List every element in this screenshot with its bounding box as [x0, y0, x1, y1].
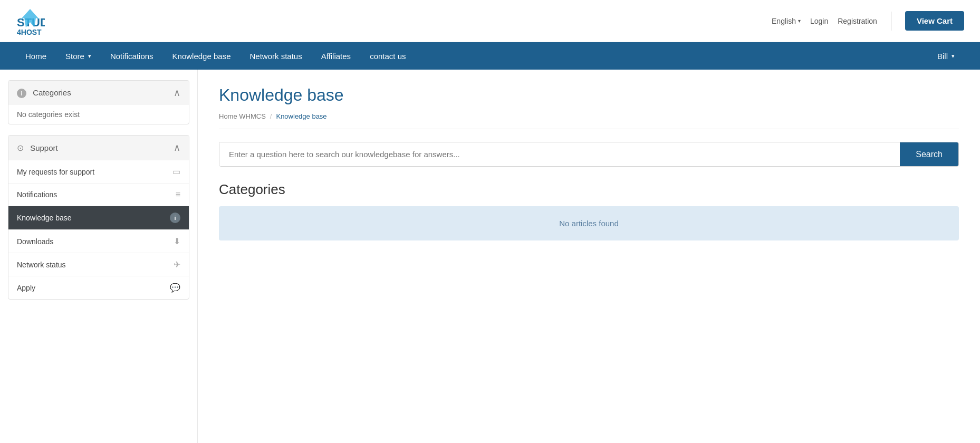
sidebar-item-apply[interactable]: Apply 💬 — [8, 276, 189, 299]
nav-home[interactable]: Home — [16, 42, 56, 70]
top-bar: STUDIO 4HOST English ▾ Login Registratio… — [0, 0, 980, 42]
nav-knowledge-base[interactable]: Knowledge base — [163, 42, 241, 70]
ticket-icon: ▭ — [172, 167, 180, 177]
no-articles-message: No articles found — [219, 206, 959, 240]
gear-icon: ⊙ — [17, 143, 24, 153]
network-status-label: Network status — [17, 261, 66, 269]
view-cart-button[interactable]: View Cart — [905, 11, 964, 31]
network-icon: ✈ — [174, 259, 180, 269]
breadcrumb-current: Knowledge base — [276, 112, 326, 120]
nav-contact[interactable]: contact us — [360, 42, 415, 70]
breadcrumb-separator: / — [270, 112, 272, 120]
sidebar-item-downloads[interactable]: Downloads ⬇ — [8, 229, 189, 253]
main-content: i Categories ∧ No categories exist ⊙ Sup… — [0, 70, 980, 443]
chevron-down-icon: ▾ — [88, 53, 91, 60]
top-right-actions: English ▾ Login Registration View Cart — [772, 11, 964, 31]
login-link[interactable]: Login — [810, 17, 828, 25]
download-icon: ⬇ — [174, 236, 180, 246]
nav-store-label: Store — [65, 52, 84, 61]
language-selector[interactable]: English ▾ — [772, 17, 801, 25]
sidebar-support-header: ⊙ Support ∧ — [8, 136, 189, 160]
language-label: English — [772, 17, 796, 25]
downloads-label: Downloads — [17, 237, 53, 246]
breadcrumb: Home WHMCS / Knowledge base — [219, 112, 959, 129]
nav-affiliates[interactable]: Affiliates — [312, 42, 360, 70]
nav-network-status[interactable]: Network status — [241, 42, 312, 70]
knowledge-base-sidebar-label: Knowledge base — [17, 214, 72, 222]
nav-store[interactable]: Store ▾ — [56, 42, 101, 70]
nav-user-menu[interactable]: Bill ▾ — [928, 42, 964, 70]
user-menu-label: Bill — [937, 52, 948, 61]
sidebar-categories-section: i Categories ∧ No categories exist — [8, 80, 189, 124]
list-icon: ≡ — [176, 190, 180, 199]
categories-header-content: i Categories — [17, 88, 71, 98]
chevron-down-icon: ▾ — [798, 18, 801, 24]
search-input[interactable] — [219, 142, 900, 166]
sidebar-item-network-status[interactable]: Network status ✈ — [8, 253, 189, 276]
sidebar-categories-header: i Categories ∧ — [8, 81, 189, 105]
chat-icon: 💬 — [170, 283, 180, 293]
apply-label: Apply — [17, 284, 35, 292]
logo[interactable]: STUDIO 4HOST — [16, 6, 47, 35]
info-circle-icon: i — [170, 213, 180, 223]
breadcrumb-home[interactable]: Home WHMCS — [219, 112, 266, 120]
notifications-sidebar-label: Notifications — [17, 190, 57, 199]
collapse-icon[interactable]: ∧ — [174, 87, 180, 99]
sidebar-categories-body: No categories exist — [8, 105, 189, 124]
info-icon: i — [17, 89, 26, 98]
sidebar-item-knowledge-base[interactable]: Knowledge base i — [8, 206, 189, 229]
content-area: Knowledge base Home WHMCS / Knowledge ba… — [198, 70, 980, 443]
search-bar: Search — [219, 142, 959, 167]
search-button[interactable]: Search — [900, 142, 958, 166]
sidebar-item-support-requests[interactable]: My requests for support ▭ — [8, 160, 189, 183]
collapse-support-icon[interactable]: ∧ — [174, 142, 180, 153]
chevron-down-icon: ▾ — [952, 53, 955, 60]
divider — [891, 12, 891, 31]
support-title: Support — [30, 143, 58, 152]
nav-bar: Home Store ▾ Notifications Knowledge bas… — [0, 42, 980, 70]
categories-title: Categories — [33, 88, 71, 97]
nav-notifications[interactable]: Notifications — [101, 42, 163, 70]
support-header-content: ⊙ Support — [17, 143, 58, 153]
sidebar-item-notifications[interactable]: Notifications ≡ — [8, 183, 189, 206]
sidebar: i Categories ∧ No categories exist ⊙ Sup… — [0, 70, 198, 443]
svg-text:4HOST: 4HOST — [17, 28, 42, 35]
page-title: Knowledge base — [219, 85, 959, 105]
registration-link[interactable]: Registration — [838, 17, 877, 25]
support-requests-label: My requests for support — [17, 168, 94, 176]
sidebar-support-section: ⊙ Support ∧ My requests for support ▭ No… — [8, 135, 189, 300]
no-categories-text: No categories exist — [17, 110, 80, 119]
categories-section-title: Categories — [219, 181, 959, 198]
